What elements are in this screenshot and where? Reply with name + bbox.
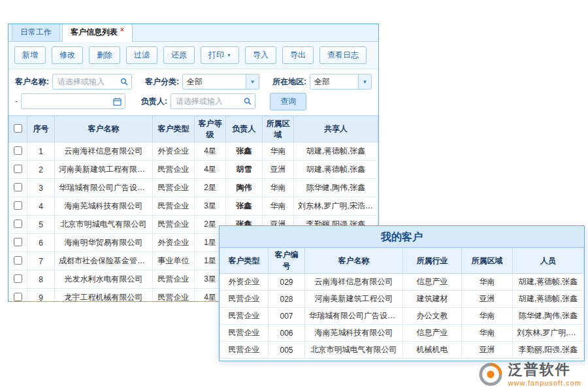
my-cell-code[interactable]: 029 xyxy=(269,274,305,291)
cell-owner[interactable]: 胡雪 xyxy=(226,161,263,179)
cell-owner[interactable]: 张鑫 xyxy=(226,142,263,161)
my-cell-code[interactable]: 028 xyxy=(269,291,305,308)
query-button[interactable]: 查询 xyxy=(270,93,306,110)
cell-customer-type: 外资企业 xyxy=(153,142,195,161)
row-checkbox[interactable] xyxy=(14,220,22,228)
add-button[interactable]: 新增 xyxy=(14,46,46,64)
chevron-down-icon[interactable]: ▼ xyxy=(358,74,371,89)
cell-customer-name[interactable]: 海南芜城科技有限公司 xyxy=(55,197,153,216)
tab-daily-work[interactable]: 日常工作 xyxy=(12,24,60,41)
cell-region: 亚洲 xyxy=(263,161,294,179)
view-log-button-label: 查看日志 xyxy=(327,50,359,61)
close-icon[interactable]: × xyxy=(120,26,124,33)
cell-customer-name[interactable]: 北京市明城电气有限公司 xyxy=(55,216,153,234)
restore-button[interactable]: 还原 xyxy=(163,46,195,64)
row-checkbox[interactable] xyxy=(14,183,22,191)
print-button[interactable]: 打印▼ xyxy=(201,46,239,64)
chevron-down-icon[interactable]: ▼ xyxy=(246,74,259,89)
cell-customer-type: 民营企业 xyxy=(153,179,195,197)
cell-customer-name[interactable]: 华瑞城有限公司广告设计部 xyxy=(55,179,153,197)
customer-name-label: 客户名称: xyxy=(15,76,49,88)
logo-brand-text: 泛普软件 xyxy=(508,362,581,378)
my-cell-code[interactable]: 007 xyxy=(269,308,305,325)
filter-row-2: - 负责人: 查询 xyxy=(8,91,378,111)
cell-owner[interactable]: 陶伟 xyxy=(226,179,263,197)
cell-customer-name[interactable]: 龙宇工程机械有限公司 xyxy=(55,289,153,302)
cell-no: 1 xyxy=(27,142,55,161)
my-cell-people: 刘东林,罗广明,宋浩然,张鑫 xyxy=(513,325,584,342)
cell-grade: 4星 xyxy=(195,161,226,179)
row-check-cell xyxy=(9,161,27,179)
table-row[interactable]: 4 海南芜城科技有限公司 民营企业 3星 张鑫 华南 刘东林,罗广明,宋浩然,张… xyxy=(9,197,378,216)
leader-input[interactable] xyxy=(174,96,242,106)
date-field[interactable] xyxy=(21,93,125,109)
my-cell-code[interactable]: 006 xyxy=(269,325,305,342)
my-header-name: 客户名称 xyxy=(305,248,403,274)
row-check-cell xyxy=(9,289,27,302)
cell-no: 5 xyxy=(27,216,55,234)
modify-button[interactable]: 修改 xyxy=(52,46,83,64)
customer-category-label: 客户分类: xyxy=(145,76,179,88)
customer-name-field[interactable] xyxy=(52,74,132,90)
my-cell-name[interactable]: 北京市明城电气有限公司 xyxy=(305,342,403,359)
row-checkbox[interactable] xyxy=(14,293,22,301)
restore-button-label: 还原 xyxy=(171,50,187,61)
row-checkbox[interactable] xyxy=(14,165,22,173)
header-customer-type: 客户类型 xyxy=(153,116,195,142)
row-check-cell xyxy=(9,234,27,252)
cell-shared: 胡建,蒋德帧,张鑫 xyxy=(294,161,378,179)
select-all-checkbox[interactable] xyxy=(14,124,22,133)
search-icon[interactable] xyxy=(244,97,252,105)
my-cell-name[interactable]: 海南芜城科技有限公司 xyxy=(305,325,403,342)
customer-category-select[interactable]: 全部 ▼ xyxy=(182,74,259,90)
table-row[interactable]: 1 云南海祥信息有限公司 外资企业 4星 张鑫 华南 胡建,蒋德帧,张鑫 xyxy=(9,142,378,161)
date-input[interactable] xyxy=(25,96,111,106)
my-header-industry: 所属行业 xyxy=(403,248,462,274)
table-row[interactable]: 2 河南美新建筑工程有限公司 民营企业 4星 胡雪 亚洲 胡建,蒋德帧,张鑫 xyxy=(9,161,378,179)
my-table-row[interactable]: 外资企业 029 云南海祥信息有限公司 信息产业 华南 胡建,蒋德帧,张鑫 xyxy=(220,274,584,291)
row-checkbox[interactable] xyxy=(14,201,22,210)
cell-region: 华南 xyxy=(263,197,294,216)
import-button[interactable]: 导入 xyxy=(245,46,276,64)
my-cell-type: 民营企业 xyxy=(220,291,269,308)
my-table-row[interactable]: 民营企业 007 华瑞城有限公司广告设计部 办公文教 华南 陈华健,陶伟,张鑫 xyxy=(220,308,584,325)
row-checkbox[interactable] xyxy=(14,274,22,283)
my-cell-name[interactable]: 云南海祥信息有限公司 xyxy=(305,274,403,291)
row-checkbox[interactable] xyxy=(14,146,22,155)
cell-customer-name[interactable]: 海南明华贸易有限公司 xyxy=(55,234,153,252)
area-select[interactable]: 全部 ▼ xyxy=(310,74,372,90)
tab-customer-list[interactable]: 客户信息列表× xyxy=(62,24,133,42)
row-checkbox[interactable] xyxy=(14,256,22,265)
my-table-row[interactable]: 民营企业 005 北京市明城电气有限公司 机械机电 亚洲 李勤丽,阳强,张鑫 xyxy=(220,342,584,359)
cell-no: 3 xyxy=(27,179,55,197)
search-icon[interactable] xyxy=(120,78,128,86)
header-customer-name: 客户名称 xyxy=(55,116,153,142)
tab-customer-list-label: 客户信息列表 xyxy=(71,27,118,37)
my-cell-code[interactable]: 005 xyxy=(269,342,305,359)
my-table-row[interactable]: 民营企业 028 河南美新建筑工程公司 建筑建材 亚洲 胡建,蒋德帧,张鑫 xyxy=(220,291,584,308)
delete-button[interactable]: 删除 xyxy=(89,46,120,64)
tab-bar: 日常工作 客户信息列表× xyxy=(8,24,378,42)
cell-customer-name[interactable]: 光发水利水电有限公司 xyxy=(55,270,153,289)
filter-button[interactable]: 过滤 xyxy=(126,46,157,64)
my-table-row[interactable]: 民营企业 006 海南芜城科技有限公司 信息产业 华南 刘东林,罗广明,宋浩然,… xyxy=(220,325,584,342)
my-cell-name[interactable]: 华瑞城有限公司广告设计部 xyxy=(305,308,403,325)
my-customers-title: 我的客户 xyxy=(220,226,584,248)
my-header-type: 客户类型 xyxy=(220,248,269,274)
export-button[interactable]: 导出 xyxy=(282,46,314,64)
cell-owner[interactable]: 张鑫 xyxy=(226,197,263,216)
calendar-icon[interactable] xyxy=(113,97,122,106)
cell-customer-name[interactable]: 成都市社会保险基金管理... xyxy=(55,252,153,270)
cell-customer-name[interactable]: 云南海祥信息有限公司 xyxy=(55,142,153,161)
table-row[interactable]: 3 华瑞城有限公司广告设计部 民营企业 2星 陶伟 华南 陈华健,陶伟,张鑫 xyxy=(9,179,378,197)
row-checkbox[interactable] xyxy=(14,238,22,246)
my-cell-name[interactable]: 河南美新建筑工程公司 xyxy=(305,291,403,308)
delete-button-label: 删除 xyxy=(97,50,112,61)
customer-name-input[interactable] xyxy=(56,76,118,87)
chevron-down-icon: ▼ xyxy=(227,53,231,57)
my-header-region: 所属区域 xyxy=(462,248,513,274)
filter-area: 客户名称: 客户分类: 全部 ▼ 所在地区: 全部 ▼ - xyxy=(8,69,378,116)
leader-field[interactable] xyxy=(171,93,255,109)
cell-customer-name[interactable]: 河南美新建筑工程有限公司 xyxy=(55,161,153,179)
view-log-button[interactable]: 查看日志 xyxy=(319,46,367,64)
